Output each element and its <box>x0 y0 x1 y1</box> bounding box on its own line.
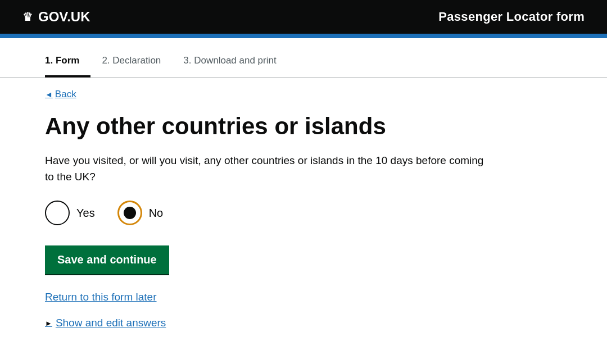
back-link-text: Back <box>55 89 76 100</box>
gov-uk-logo: ♛ GOV.UK <box>22 9 90 25</box>
radio-label-no: No <box>149 207 164 220</box>
question-text: Have you visited, or will you visit, any… <box>45 153 495 185</box>
step-declaration[interactable]: 2. Declaration <box>102 49 172 77</box>
radio-button-yes[interactable] <box>45 201 70 225</box>
radio-option-no[interactable]: No <box>117 201 164 225</box>
progress-bar <box>0 34 607 38</box>
radio-selected-dot <box>124 207 136 219</box>
radio-option-yes[interactable]: Yes <box>45 201 95 225</box>
radio-group: Yes No <box>45 201 495 225</box>
back-link[interactable]: ◄ Back <box>45 89 76 100</box>
page-heading: Any other countries or islands <box>45 113 495 139</box>
crown-icon: ♛ <box>22 10 33 24</box>
show-answers-link[interactable]: ► Show and edit answers <box>45 317 166 329</box>
radio-label-yes: Yes <box>76 207 95 220</box>
radio-button-no[interactable] <box>117 201 142 225</box>
save-continue-button[interactable]: Save and continue <box>45 245 169 274</box>
main-content: ◄ Back Any other countries or islands Ha… <box>0 78 540 352</box>
step-download[interactable]: 3. Download and print <box>183 49 287 77</box>
step-form[interactable]: 1. Form <box>45 49 90 78</box>
steps-navigation: 1. Form 2. Declaration 3. Download and p… <box>0 38 607 78</box>
back-arrow-icon: ◄ <box>45 90 53 99</box>
page-header: ♛ GOV.UK Passenger Locator form <box>0 0 607 34</box>
show-answers-text: Show and edit answers <box>56 317 166 329</box>
triangle-icon: ► <box>45 319 52 327</box>
page-header-title: Passenger Locator form <box>438 10 585 24</box>
logo-text: GOV.UK <box>38 9 90 25</box>
return-later-link[interactable]: Return to this form later <box>45 291 157 303</box>
